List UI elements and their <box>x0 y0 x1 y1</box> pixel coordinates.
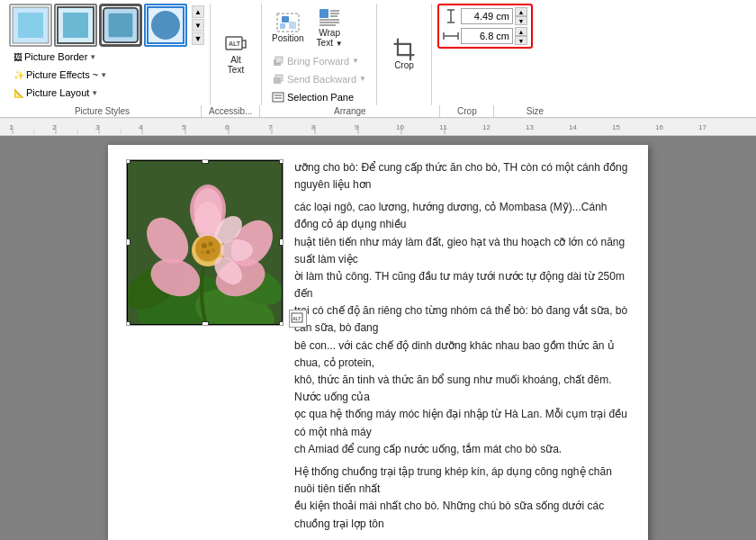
svg-text:16: 16 <box>655 123 663 131</box>
svg-text:ALT: ALT <box>292 316 301 321</box>
crop-btn[interactable]: Crop <box>382 4 426 105</box>
svg-point-7 <box>151 11 180 40</box>
accessibility-group: ALT AltText <box>211 4 262 105</box>
ps-scroll-up[interactable]: ▲ <box>192 5 204 18</box>
picture-effects-label: Picture Effects ~ <box>26 69 98 80</box>
picture-layout-btn[interactable]: 📐 Picture Layout ▼ <box>9 85 204 101</box>
document-area: ALT ưỡng cho bò: Để cung cấp thức ăn cho… <box>0 136 756 540</box>
bring-forward-btn[interactable]: Bring Forward ▼ <box>267 53 371 69</box>
svg-rect-3 <box>63 13 88 38</box>
ruler-svg: 1 2 3 4 5 6 7 8 9 10 11 12 13 14 15 16 1… <box>0 118 756 134</box>
send-backward-btn[interactable]: Send Backward ▼ <box>267 71 371 87</box>
ps-style-2[interactable] <box>54 4 97 47</box>
image-container: ALT <box>126 159 284 326</box>
handle-top-center[interactable] <box>202 159 209 164</box>
image-box[interactable] <box>126 159 284 326</box>
ps-style-3[interactable] <box>99 4 142 47</box>
ps-style-1[interactable] <box>9 4 52 47</box>
text-para-2: các loại ngô, cao lương, hướng dương, cỏ… <box>294 199 630 458</box>
svg-rect-22 <box>275 57 283 63</box>
svg-text:17: 17 <box>698 123 706 131</box>
picture-border-label: Picture Border <box>24 51 87 62</box>
picture-border-arrow: ▼ <box>89 53 96 61</box>
svg-rect-5 <box>109 14 133 38</box>
picture-effects-btn[interactable]: ✨ Picture Effects ~ ▼ <box>9 67 204 83</box>
width-spin: ▲ ▼ <box>515 27 527 45</box>
width-input-row: ▲ ▼ <box>443 27 527 45</box>
wrap-text-btn[interactable]: WrapText ▼ <box>312 4 347 51</box>
alt-text-container: ALT AltText <box>218 4 254 105</box>
height-input[interactable] <box>461 8 513 24</box>
height-spin-down[interactable]: ▼ <box>515 16 527 25</box>
selection-border <box>127 160 283 325</box>
picture-border-icon: 🖼 <box>14 52 22 62</box>
wrap-text-label: WrapText ▼ <box>317 28 343 49</box>
picture-effects-arrow: ▼ <box>100 71 107 79</box>
alt-text-label: AltText <box>228 55 244 75</box>
arrange-group: Position W <box>262 4 377 105</box>
picture-styles-gallery-row: ▲ ▼ ▼ <box>9 4 204 47</box>
width-input[interactable] <box>461 28 513 44</box>
selection-pane-label: Selection Pane <box>287 92 354 103</box>
svg-text:11: 11 <box>439 123 447 131</box>
handle-bottom-right[interactable] <box>279 321 284 326</box>
size-label: Size <box>494 105 575 117</box>
handle-middle-right[interactable] <box>279 238 284 246</box>
ribbon: ▲ ▼ ▼ 🖼 Picture Border ▼ ✨ Picture Effec… <box>0 0 756 118</box>
position-btn[interactable]: Position <box>267 9 309 46</box>
picture-effects-icon: ✨ <box>14 70 24 80</box>
handle-top-right[interactable] <box>279 159 284 164</box>
height-input-row: ▲ ▼ <box>443 7 527 25</box>
svg-text:15: 15 <box>612 123 620 131</box>
handle-middle-left[interactable] <box>126 238 130 246</box>
svg-text:10: 10 <box>396 123 404 131</box>
picture-layout-arrow: ▼ <box>91 89 98 97</box>
svg-rect-1 <box>18 13 43 38</box>
svg-rect-13 <box>289 22 296 29</box>
handle-bottom-left[interactable] <box>126 321 130 326</box>
svg-text:13: 13 <box>526 123 534 131</box>
height-spin-up[interactable]: ▲ <box>515 7 527 16</box>
send-backward-arrow: ▼ <box>359 75 366 83</box>
picture-style-dropdowns: 🖼 Picture Border ▼ ✨ Picture Effects ~ ▼… <box>9 49 204 101</box>
svg-text:12: 12 <box>482 123 490 131</box>
selection-pane-btn[interactable]: Selection Pane <box>267 89 371 105</box>
ps-scroll-down[interactable]: ▼ <box>192 19 204 32</box>
document-page: ALT ưỡng cho bò: Để cung cấp thức ăn cho… <box>108 145 648 540</box>
send-backward-label: Send Backward <box>287 74 356 85</box>
width-spin-down[interactable]: ▼ <box>515 36 527 45</box>
alt-text-floating-btn[interactable]: ALT <box>289 310 307 328</box>
handle-bottom-center[interactable] <box>202 321 209 326</box>
ruler: 1 2 3 4 5 6 7 8 9 10 11 12 13 14 15 16 1… <box>0 118 756 136</box>
arrange-label: Arrange <box>260 105 440 117</box>
ps-scroll-more[interactable]: ▼ <box>192 32 204 45</box>
alt-text-btn[interactable]: ALT AltText <box>218 31 254 77</box>
picture-border-btn[interactable]: 🖼 Picture Border ▼ <box>9 49 204 65</box>
svg-rect-25 <box>273 93 284 102</box>
width-spin-up[interactable]: ▲ <box>515 27 527 36</box>
svg-rect-11 <box>282 16 289 22</box>
svg-text:14: 14 <box>569 123 577 131</box>
position-icon <box>275 12 301 33</box>
picture-layout-icon: 📐 <box>14 88 24 98</box>
crop-label: Crop <box>394 60 414 70</box>
wrap-text-icon <box>317 6 342 28</box>
ps-style-4[interactable] <box>144 4 187 47</box>
bring-forward-label: Bring Forward <box>287 56 349 67</box>
svg-rect-24 <box>274 77 281 84</box>
accessibility-label: Accessib... <box>202 105 260 117</box>
size-group: ▲ ▼ ▲ ▼ <box>432 4 538 105</box>
position-label: Position <box>272 33 304 43</box>
arrange-top-row: Position W <box>267 4 371 51</box>
picture-styles-gallery <box>9 4 187 47</box>
height-icon <box>443 9 459 23</box>
svg-rect-12 <box>280 23 285 29</box>
document-text: ưỡng cho bò: Để cung cấp thức ăn cho bò,… <box>294 159 630 538</box>
svg-rect-34 <box>0 118 756 134</box>
svg-rect-14 <box>320 9 328 18</box>
picture-styles-group: ▲ ▼ ▼ 🖼 Picture Border ▼ ✨ Picture Effec… <box>4 4 211 105</box>
handle-top-left[interactable] <box>126 159 130 164</box>
picture-styles-scroll: ▲ ▼ ▼ <box>192 5 204 45</box>
text-para-1: ưỡng cho bò: Để cung cấp thức ăn cho bò,… <box>294 159 630 194</box>
arrange-bottom-col: Bring Forward ▼ Send Backward ▼ Selectio… <box>267 53 371 105</box>
